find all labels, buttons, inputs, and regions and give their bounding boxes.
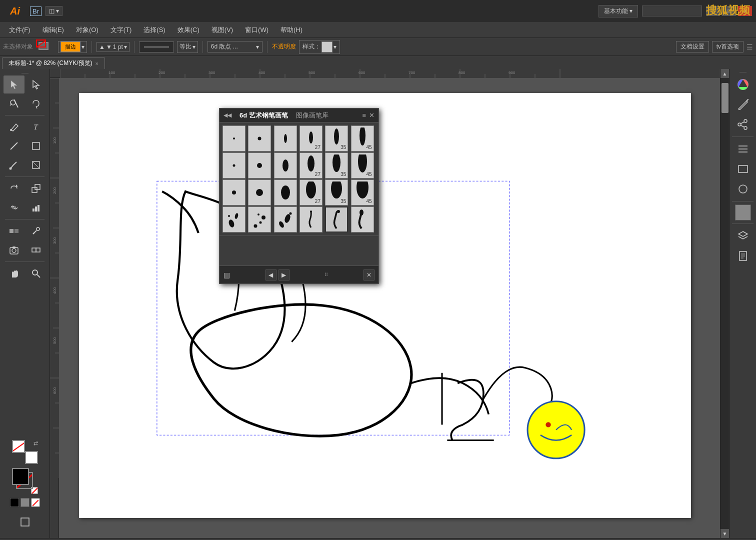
panel-menu-btn[interactable]: ≡ — [362, 112, 366, 119]
magic-wand-tool[interactable] — [4, 94, 24, 112]
tab-close-button[interactable]: × — [96, 60, 98, 66]
paintbrush-tool[interactable] — [4, 156, 24, 174]
panel-title-library[interactable]: 图像画笔库 — [296, 111, 328, 120]
stroke-fill-indicator[interactable] — [36, 40, 55, 54]
pages-right-tool[interactable] — [734, 247, 752, 265]
brush-cell-r3c4[interactable] — [325, 206, 348, 232]
warp-tool[interactable] — [4, 198, 24, 216]
menu-text[interactable]: 文字(T) — [106, 24, 137, 36]
brush-cell-r0c1[interactable] — [248, 126, 271, 152]
menu-view[interactable]: 视图(V) — [206, 24, 238, 36]
brush-cell-r2c3[interactable]: 27 — [300, 180, 322, 206]
panel-play-btn[interactable]: ▶ — [278, 270, 290, 280]
rotate-tool[interactable] — [4, 180, 24, 198]
brush-cell-r1c0[interactable] — [222, 152, 246, 178]
brush-cell-r0c0[interactable] — [222, 126, 246, 152]
swap-colors-icon[interactable]: ⇄ — [34, 440, 38, 446]
brush-cell-r3c0[interactable] — [222, 206, 246, 232]
scale-tool[interactable] — [26, 180, 46, 198]
doc-settings-button[interactable]: 文档设置 — [676, 41, 709, 52]
blend-tool[interactable] — [4, 222, 24, 240]
none-indicator-swatch[interactable] — [31, 498, 40, 507]
menu-effect[interactable]: 效果(C) — [172, 24, 204, 36]
zoom-tool[interactable] — [26, 264, 46, 282]
library-icon[interactable]: ▤ — [224, 271, 230, 279]
brush-name-dropdown[interactable]: 6d 散点 ... ▾ — [208, 41, 262, 52]
direct-select-tool[interactable] — [26, 76, 46, 94]
lines-right-tool[interactable] — [734, 140, 752, 158]
camera-tool[interactable] — [4, 241, 24, 259]
panel-delete-btn[interactable]: ✕ — [364, 270, 374, 280]
search-input[interactable] — [642, 6, 702, 16]
color-wheel-tool[interactable] — [734, 76, 752, 94]
doc-tab[interactable]: 未标题-1* @ 82% (CMYK/预览) × — [2, 57, 105, 69]
rect-right-tool[interactable] — [734, 160, 752, 178]
pencil-tool[interactable] — [26, 156, 46, 174]
pen-tool[interactable] — [4, 118, 24, 136]
brush-cell-r2c2[interactable] — [274, 180, 297, 206]
lasso-tool[interactable] — [26, 94, 46, 112]
opacity-label[interactable]: 不透明度 — [272, 42, 296, 51]
panel-prev-btn[interactable]: ◀ — [266, 270, 276, 280]
menu-file[interactable]: 文件(F) — [4, 24, 36, 36]
panel-collapse-btn[interactable]: ◀◀ — [224, 112, 232, 118]
share-right-tool[interactable] — [734, 116, 752, 134]
rect-tool[interactable] — [26, 137, 46, 155]
brush-cell-r0c2[interactable] — [274, 126, 297, 152]
menu-object[interactable]: 对象(O) — [71, 24, 104, 36]
stroke-width-control[interactable]: ▲ ▼ 1 pt ▾ — [96, 42, 130, 52]
brush-cell-r3c3[interactable] — [300, 206, 322, 232]
layers-right-tool[interactable] — [734, 227, 752, 245]
brush-cell-r2c5[interactable]: 45 — [351, 180, 374, 206]
panel-title-art-pen[interactable]: 6d 艺术钢笔画笔 — [240, 111, 288, 120]
fill-swatch[interactable] — [25, 451, 38, 464]
brush-cell-r1c1[interactable] — [248, 152, 271, 178]
stroke-swatch[interactable] — [12, 440, 25, 453]
grey-swatch[interactable] — [20, 498, 30, 507]
first-item-button[interactable]: tv首选项 — [712, 41, 744, 52]
chart-tool[interactable] — [26, 198, 46, 216]
stroke-up-arrow[interactable]: ▲ — [99, 44, 105, 50]
brush-cell-r0c5[interactable]: 45 — [351, 126, 374, 152]
brush-cell-r1c3[interactable]: 27 — [300, 152, 322, 178]
brush-cell-r3c1[interactable] — [248, 206, 271, 232]
black-swatch[interactable] — [10, 498, 19, 507]
menu-window[interactable]: 窗口(W) — [240, 24, 274, 36]
brush-cell-r2c4[interactable]: 35 — [325, 180, 348, 206]
workspace-button[interactable]: 基本功能 ▾ — [598, 5, 638, 18]
scroll-up-arrow[interactable]: ▲ — [720, 69, 730, 78]
stroke-dropdown[interactable]: 描边 ▾ — [58, 41, 87, 53]
slice-tool[interactable] — [26, 241, 46, 259]
brush-cell-r1c2[interactable] — [274, 152, 297, 178]
options-menu-icon[interactable]: ☰ — [746, 43, 753, 51]
scroll-track[interactable] — [720, 78, 729, 529]
brush-cell-r1c4[interactable]: 35 — [325, 152, 348, 178]
bridge-logo[interactable]: Br — [30, 6, 42, 16]
scroll-down-arrow[interactable]: ▼ — [720, 529, 730, 538]
circle-right-tool[interactable] — [734, 180, 752, 198]
style-dropdown[interactable]: 样式： ▾ — [299, 40, 340, 54]
artboard-tool[interactable] — [14, 513, 36, 531]
menu-select[interactable]: 选择(S) — [138, 24, 170, 36]
pen-right-tool[interactable] — [734, 96, 752, 114]
text-tool[interactable]: T — [26, 118, 46, 136]
brush-cell-r3c5[interactable] — [351, 206, 374, 232]
eyedropper-tool[interactable] — [26, 222, 46, 240]
foreground-color-swatch[interactable] — [12, 468, 29, 485]
brush-cell-r0c4[interactable]: 35 — [325, 126, 348, 152]
line-tool[interactable] — [4, 137, 24, 155]
equal-dropdown[interactable]: 等比 ▾ — [177, 41, 198, 53]
panel-handle[interactable]: ⠿ — [324, 272, 328, 278]
scroll-thumb[interactable] — [722, 83, 728, 113]
dash-line-selector[interactable] — [139, 42, 174, 52]
menu-help[interactable]: 帮助(H) — [276, 24, 308, 36]
panel-close-btn[interactable]: ✕ — [369, 112, 374, 119]
select-tool[interactable] — [4, 76, 24, 94]
hand-tool[interactable] — [4, 264, 24, 282]
menu-edit[interactable]: 编辑(E) — [38, 24, 69, 36]
brush-cell-r2c1[interactable] — [248, 180, 271, 206]
brush-cell-r1c5[interactable]: 45 — [351, 152, 374, 178]
artboard[interactable] — [79, 93, 691, 518]
brush-cell-r2c0[interactable] — [222, 180, 246, 206]
view-switch-button[interactable]: ◫ ▾ — [46, 6, 62, 16]
